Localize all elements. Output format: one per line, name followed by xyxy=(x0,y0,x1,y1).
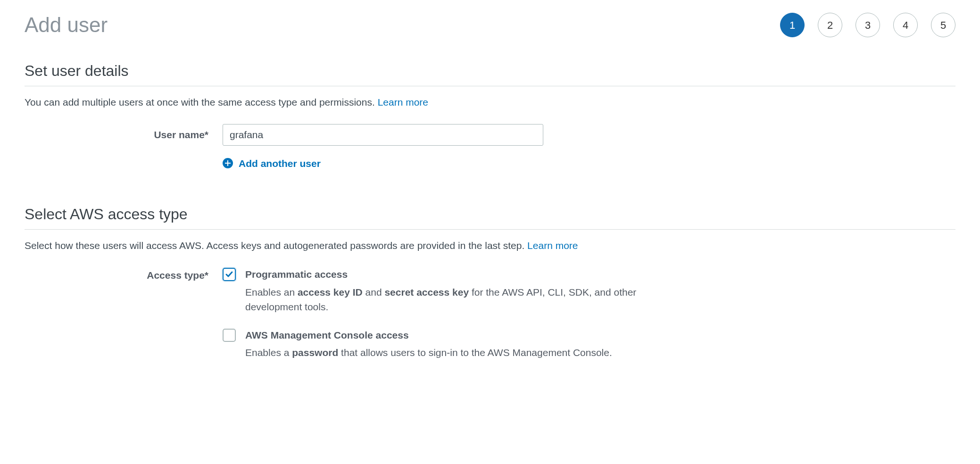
username-label: User name* xyxy=(25,127,223,142)
option-programmatic-title: Programmatic access xyxy=(245,267,670,282)
option-desc-text: that allows users to sign-in to the AWS … xyxy=(338,347,612,358)
add-another-user-label: Add another user xyxy=(239,156,321,171)
wizard-step-1[interactable]: 1 xyxy=(780,13,805,37)
option-desc-text: Enables an xyxy=(245,287,298,298)
wizard-steps: 1 2 3 4 5 xyxy=(780,13,955,37)
section-user-details-heading: Set user details xyxy=(25,59,955,82)
svg-rect-2 xyxy=(225,163,231,164)
option-console-title: AWS Management Console access xyxy=(245,328,670,343)
page-title: Add user xyxy=(25,9,108,41)
divider xyxy=(25,229,955,230)
wizard-step-2[interactable]: 2 xyxy=(818,13,842,37)
section-user-details-desc-text: You can add multiple users at once with … xyxy=(25,97,378,108)
section-access-type-desc-text: Select how these users will access AWS. … xyxy=(25,240,527,251)
option-desc-text: Enables a xyxy=(245,347,292,358)
learn-more-link-user-details[interactable]: Learn more xyxy=(378,97,428,108)
checkbox-programmatic-access[interactable] xyxy=(223,268,236,281)
section-user-details: Set user details You can add multiple us… xyxy=(25,59,955,173)
checkbox-console-access[interactable] xyxy=(223,329,236,342)
section-access-type-desc: Select how these users will access AWS. … xyxy=(25,238,955,253)
wizard-step-3[interactable]: 3 xyxy=(855,13,880,37)
wizard-step-5[interactable]: 5 xyxy=(931,13,955,37)
username-input[interactable] xyxy=(223,124,543,146)
section-access-type-heading: Select AWS access type xyxy=(25,203,955,225)
option-desc-bold: secret access key xyxy=(384,287,469,298)
option-desc-bold: access key ID xyxy=(298,287,363,298)
add-another-user-button[interactable]: Add another user xyxy=(223,156,321,171)
learn-more-link-access-type[interactable]: Learn more xyxy=(527,240,578,251)
option-desc-bold: password xyxy=(292,347,338,358)
option-programmatic-desc: Enables an access key ID and secret acce… xyxy=(245,285,670,315)
option-console-desc: Enables a password that allows users to … xyxy=(245,345,670,360)
access-type-label: Access type* xyxy=(25,267,223,315)
plus-circle-icon xyxy=(223,158,233,168)
option-desc-text: and xyxy=(363,287,385,298)
wizard-step-4[interactable]: 4 xyxy=(893,13,918,37)
section-access-type: Select AWS access type Select how these … xyxy=(25,203,955,360)
divider xyxy=(25,86,955,86)
section-user-details-desc: You can add multiple users at once with … xyxy=(25,95,955,110)
